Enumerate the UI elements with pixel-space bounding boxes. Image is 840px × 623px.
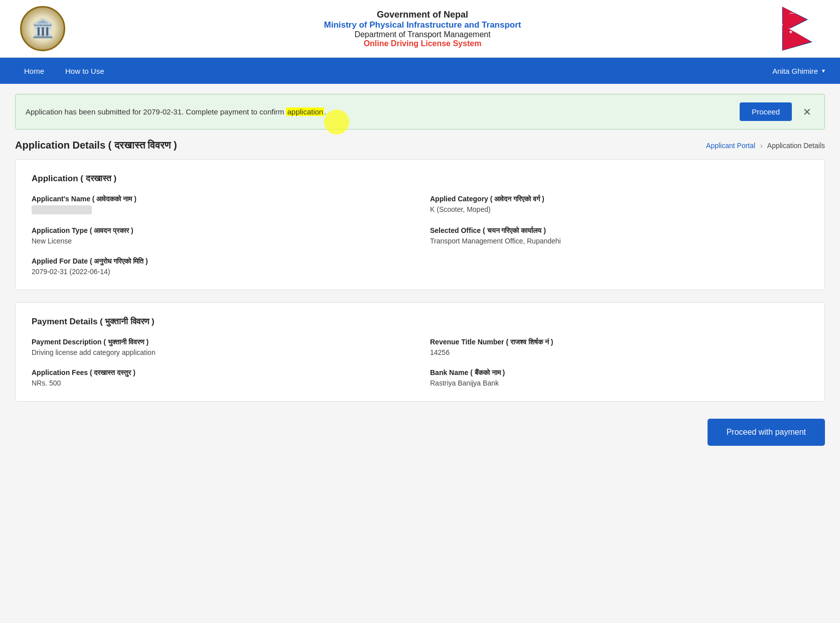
alert-message-after: . [324, 107, 326, 116]
revenue-title-label: Revenue Title Number ( राजश्व शिर्षक नं … [430, 338, 808, 346]
alert-banner: Application has been submitted for 2079-… [15, 94, 825, 130]
selected-office-value: Transport Management Office, Rupandehi [430, 237, 808, 245]
payment-details-card: Payment Details ( भुक्तानी विवरण ) Payme… [15, 302, 825, 402]
payment-section-title: Payment Details ( भुक्तानी विवरण ) [32, 317, 808, 327]
application-fees-field: Application Fees ( दरखास्त दस्तुर ) NRs.… [32, 368, 410, 387]
application-type-label: Application Type ( आवदन प्रकार ) [32, 226, 410, 235]
payment-description-value: Driving license add category application [32, 348, 410, 356]
header-title-block: Government of Nepal Ministry of Physical… [65, 10, 780, 48]
bank-name-label: Bank Name ( बैंकको नाम ) [430, 368, 808, 377]
application-type-value: New License [32, 237, 410, 245]
alert-close-button[interactable]: ✕ [800, 105, 814, 119]
nepal-flag [780, 6, 820, 51]
page-heading-row: Application Details ( दरखास्त विवरण ) Ap… [15, 140, 825, 151]
title-dept: Department of Transport Management [65, 30, 780, 39]
breadcrumb-current: Application Details [767, 142, 825, 150]
payment-fields-grid: Payment Description ( भुक्तानी विवरण ) D… [32, 338, 808, 387]
title-main: Government of Nepal [65, 10, 780, 20]
application-fees-value: NRs. 500 [32, 379, 410, 387]
user-name: Anita Ghimire [772, 67, 818, 75]
selected-office-label: Selected Office ( चयन गरिएको कार्यालय ) [430, 226, 808, 235]
payment-description-label: Payment Description ( भुक्तानी विवरण ) [32, 338, 410, 346]
government-emblem: 🏛️ [20, 6, 65, 51]
nav-home[interactable]: Home [15, 60, 53, 82]
revenue-title-value: 14256 [430, 348, 808, 356]
page-header: 🏛️ Government of Nepal Ministry of Physi… [0, 0, 840, 58]
application-details-card: Application ( दरखास्त ) Applicant's Name… [15, 159, 825, 290]
breadcrumb-link[interactable]: Applicant Portal [706, 142, 755, 150]
page-title: Application Details ( दरखास्त विवरण ) [15, 140, 177, 151]
applied-date-field: Applied For Date ( अनुरोध गरिएको मिति ) … [32, 257, 410, 276]
application-fields-grid: Applicant's Name ( आवेदकको नाम ) Applied… [32, 195, 808, 276]
alert-highlight: application [286, 107, 324, 116]
navbar: Home How to Use Anita Ghimire ▾ [0, 58, 840, 84]
navbar-links: Home How to Use [15, 60, 113, 82]
bottom-actions: Proceed with payment [0, 414, 840, 466]
breadcrumb: Applicant Portal › Application Details [706, 142, 825, 150]
alert-actions: Proceed ✕ [740, 102, 814, 121]
applicant-name-label: Applicant's Name ( आवेदकको नाम ) [32, 195, 410, 203]
nav-how-to-use[interactable]: How to Use [56, 60, 113, 82]
empty-field [430, 257, 808, 276]
applied-date-value: 2079-02-31 (2022-06-14) [32, 268, 410, 276]
applicant-name-value-blurred [32, 205, 92, 214]
bank-name-value: Rastriya Banijya Bank [430, 379, 808, 387]
applied-category-label: Applied Category ( आवेदन गरिएको वर्ग ) [430, 195, 808, 203]
title-ministry: Ministry of Physical Infrastructure and … [65, 20, 780, 30]
application-type-field: Application Type ( आवदन प्रकार ) New Lic… [32, 226, 410, 245]
selected-office-field: Selected Office ( चयन गरिएको कार्यालय ) … [430, 226, 808, 245]
user-dropdown-arrow: ▾ [822, 67, 825, 74]
bank-name-field: Bank Name ( बैंकको नाम ) Rastriya Banijy… [430, 368, 808, 387]
user-menu[interactable]: Anita Ghimire ▾ [772, 67, 825, 75]
applied-category-value: K (Scooter, Moped) [430, 205, 808, 213]
breadcrumb-separator: › [760, 142, 763, 150]
alert-message-before: Application has been submitted for 2079-… [26, 107, 286, 116]
application-section-title: Application ( दरखास्त ) [32, 174, 808, 184]
applied-category-field: Applied Category ( आवेदन गरिएको वर्ग ) K… [430, 195, 808, 214]
application-fees-label: Application Fees ( दरखास्त दस्तुर ) [32, 368, 410, 377]
applicant-name-field: Applicant's Name ( आवेदकको नाम ) [32, 195, 410, 214]
title-system: Online Driving License System [65, 39, 780, 48]
revenue-title-field: Revenue Title Number ( राजश्व शिर्षक नं … [430, 338, 808, 356]
payment-description-field: Payment Description ( भुक्तानी विवरण ) D… [32, 338, 410, 356]
alert-message: Application has been submitted for 2079-… [26, 107, 740, 116]
alert-proceed-button[interactable]: Proceed [740, 102, 792, 121]
proceed-payment-button[interactable]: Proceed with payment [708, 419, 825, 446]
applied-date-label: Applied For Date ( अनुरोध गरिएको मिति ) [32, 257, 410, 266]
